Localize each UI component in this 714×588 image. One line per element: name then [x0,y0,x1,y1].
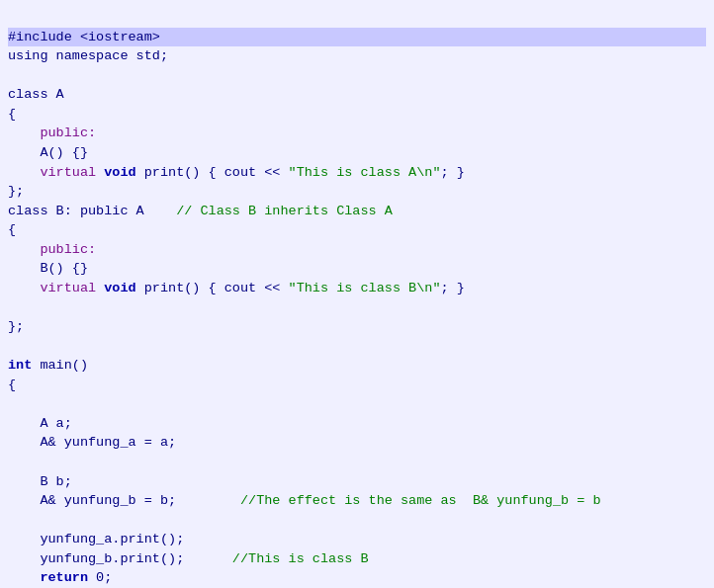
code-line-13: B() {} [8,259,706,279]
code-line-16: }; [8,317,706,337]
code-line-8: virtual void print() { cout << "This is … [8,163,706,183]
code-line-5: { [8,105,706,125]
code-line-9: }; [8,182,706,202]
code-line-14: virtual void print() { cout << "This is … [8,279,706,298]
code-line-12: public: [8,240,706,260]
code-line-19: { [8,376,706,395]
code-line-7: A() {} [8,143,706,163]
code-line-4: class A [8,85,706,105]
code-line-3 [8,66,706,86]
code-line-28: yunfung_b.print(); //This is class B [8,549,706,569]
code-line-25: A& yunfung_b = b; //The effect is the sa… [8,491,706,511]
code-line-6: public: [8,124,706,143]
code-line-23 [8,453,706,472]
code-line-10: class B: public A // Class B inherits Cl… [8,202,706,221]
code-line-24: B b; [8,472,706,492]
code-line-11: { [8,220,706,240]
code-line-26 [8,511,706,531]
code-line-17 [8,337,706,357]
code-line-1: #include <iostream> [8,28,706,47]
code-line-20 [8,394,706,414]
code-line-27: yunfung_a.print(); [8,530,706,549]
code-editor: #include <iostream> using namespace std;… [0,4,714,588]
code-line-22: A& yunfung_a = a; [8,433,706,453]
code-line-18: int main() [8,356,706,376]
code-line-2: using namespace std; [8,46,706,66]
code-line-29: return 0; [8,568,706,588]
code-line-15 [8,297,706,317]
code-line-21: A a; [8,414,706,434]
